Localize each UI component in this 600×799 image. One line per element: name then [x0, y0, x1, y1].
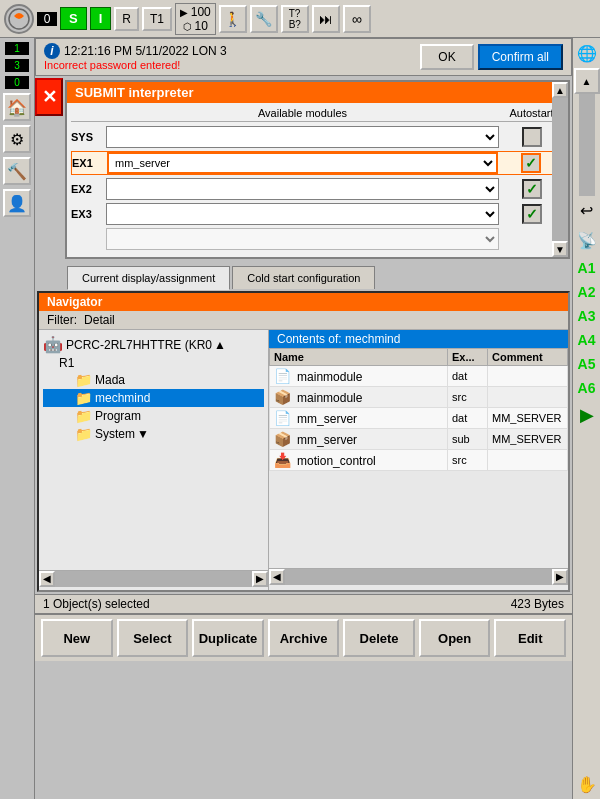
label-a1: A1: [578, 260, 596, 276]
new-button[interactable]: New: [41, 619, 113, 657]
submit-inner: Available modules Autostart SYS EX1: [67, 103, 568, 257]
bottom-buttons: New Select Duplicate Archive Delete Open…: [35, 613, 572, 661]
open-button[interactable]: Open: [419, 619, 491, 657]
arrow-right-icon[interactable]: ↩: [574, 198, 600, 224]
table-row[interactable]: 📦 mainmodule src: [270, 387, 568, 408]
file-ext: dat: [448, 408, 488, 429]
tree-hscroll: ◀ ▶: [39, 570, 268, 586]
table-row[interactable]: 📄 mm_server dat MM_SERVER: [270, 408, 568, 429]
right-vscroll-track: [579, 94, 595, 196]
col-ext[interactable]: Ex...: [448, 349, 488, 366]
sidebar-left: 1 3 0 🏠 ⚙ 🔨 👤: [0, 38, 35, 799]
file-comment: [488, 450, 568, 471]
confirm-all-button[interactable]: Confirm all: [478, 44, 563, 70]
table-row[interactable]: 📥 motion_control src: [270, 450, 568, 471]
home-icon[interactable]: 🏠: [3, 93, 31, 121]
tree-item-root[interactable]: 🤖 PCRC-2RL7HHTTRE (KR0 ▲: [43, 334, 264, 355]
file-ext: src: [448, 450, 488, 471]
counter-side-1: 1: [5, 42, 29, 55]
table-row[interactable]: 📦 mm_server sub MM_SERVER: [270, 429, 568, 450]
contents-hscroll-track: [285, 569, 552, 585]
contents-hscroll-right[interactable]: ▶: [552, 569, 568, 585]
col-comment[interactable]: Comment: [488, 349, 568, 366]
submit-vscroll: ▲ ▼: [552, 82, 568, 257]
file-icon: 📦: [274, 389, 291, 405]
file-comment: [488, 387, 568, 408]
tab-current-display[interactable]: Current display/assignment: [67, 266, 230, 290]
globe-icon[interactable]: 🌐: [574, 40, 600, 66]
right-scroll-up[interactable]: ▲: [574, 68, 600, 94]
info-buttons: OK Confirm all: [420, 44, 563, 70]
ex2-checkbox[interactable]: ✓: [522, 179, 542, 199]
edit-button[interactable]: Edit: [494, 619, 566, 657]
delete-button[interactable]: Delete: [343, 619, 415, 657]
status-selection: 1 Object(s) selected: [43, 597, 150, 611]
scroll-up-btn[interactable]: ▲: [552, 82, 568, 98]
infinity-icon[interactable]: ∞: [343, 5, 371, 33]
folder-icon-system: 📁: [75, 426, 92, 442]
col-name[interactable]: Name: [270, 349, 448, 366]
sys-checkbox[interactable]: [522, 127, 542, 147]
navigator-section: Navigator Filter: Detail 🤖 PCRC-2RL7HHTT…: [37, 291, 570, 592]
file-icon: 📄: [274, 368, 291, 384]
tree-item-system[interactable]: 📁 System ▼: [43, 425, 264, 443]
main-counter: 0: [37, 12, 57, 26]
btn-s[interactable]: S: [60, 7, 87, 30]
ex2-dropdown[interactable]: [106, 178, 499, 200]
module-row-sys: SYS: [71, 126, 564, 148]
module-row-ex2: EX2 ✓: [71, 178, 564, 200]
tree-item-mada[interactable]: 📁 Mada: [43, 371, 264, 389]
label-a4: A4: [578, 332, 596, 348]
tool-icon[interactable]: 🔧: [250, 5, 278, 33]
submit-title: SUBMIT interpreter: [67, 82, 568, 103]
table-row[interactable]: 📄 mainmodule dat: [270, 366, 568, 387]
tree-item-mechmind[interactable]: 📁 mechmind: [43, 389, 264, 407]
info-icon: i: [44, 43, 60, 59]
speed-control[interactable]: ▶ 100 ⬡ 10: [175, 3, 216, 35]
btn-t1[interactable]: T1: [142, 7, 172, 31]
walk-icon[interactable]: 🚶: [219, 5, 247, 33]
play-icon[interactable]: ▶: [574, 402, 600, 428]
tree-item-r1[interactable]: R1: [43, 355, 264, 371]
logo: [4, 4, 34, 34]
extra-dropdown[interactable]: [106, 228, 499, 250]
user-icon[interactable]: 👤: [3, 189, 31, 217]
ex1-dropdown[interactable]: mm_server: [107, 152, 498, 174]
tree-scroll[interactable]: 🤖 PCRC-2RL7HHTTRE (KR0 ▲ R1 📁 Mada: [39, 330, 268, 570]
tree-item-program[interactable]: 📁 Program: [43, 407, 264, 425]
duplicate-button[interactable]: Duplicate: [192, 619, 264, 657]
folder-icon-program: 📁: [75, 408, 92, 424]
r1-label: R1: [59, 356, 74, 370]
hand-icon[interactable]: ✋: [574, 771, 600, 797]
skip-icon[interactable]: ⏭: [312, 5, 340, 33]
file-name: mm_server: [297, 412, 357, 426]
settings-icon[interactable]: ⚙: [3, 125, 31, 153]
file-name: motion_control: [297, 454, 376, 468]
robot-icon: 🤖: [43, 335, 63, 354]
select-button[interactable]: Select: [117, 619, 189, 657]
t-b-icon[interactable]: T?B?: [281, 5, 309, 33]
ok-button[interactable]: OK: [420, 44, 473, 70]
ex3-dropdown[interactable]: [106, 203, 499, 225]
folder-icon-mada: 📁: [75, 372, 92, 388]
tree-hscroll-left[interactable]: ◀: [39, 571, 55, 587]
sys-dropdown[interactable]: [106, 126, 499, 148]
ex3-checkbox[interactable]: ✓: [522, 204, 542, 224]
contents-scroll[interactable]: Name Ex... Comment 📄 mainmodule dat 📦 ma…: [269, 348, 568, 568]
scroll-down-btn[interactable]: ▼: [552, 241, 568, 257]
btn-i[interactable]: I: [90, 7, 112, 30]
contents-header: Contents of: mechmind: [269, 330, 568, 348]
sidebar-right: 🌐 ▲ ↩ 📡 A1 A2 A3 A4 A5 A6 ▶ ✋: [572, 38, 600, 799]
tree-hscroll-right[interactable]: ▶: [252, 571, 268, 587]
label-a2: A2: [578, 284, 596, 300]
contents-hscroll-left[interactable]: ◀: [269, 569, 285, 585]
satellite-icon[interactable]: 📡: [574, 228, 600, 254]
close-button[interactable]: ✕: [35, 78, 63, 116]
tab-cold-start[interactable]: Cold start configuration: [232, 266, 375, 289]
wrench-icon[interactable]: 🔨: [3, 157, 31, 185]
contents-table: Name Ex... Comment 📄 mainmodule dat 📦 ma…: [269, 348, 568, 471]
folder-icon-mechmind: 📁: [75, 390, 92, 406]
ex1-checkbox[interactable]: ✓: [521, 153, 541, 173]
btn-r[interactable]: R: [114, 7, 139, 31]
archive-button[interactable]: Archive: [268, 619, 340, 657]
